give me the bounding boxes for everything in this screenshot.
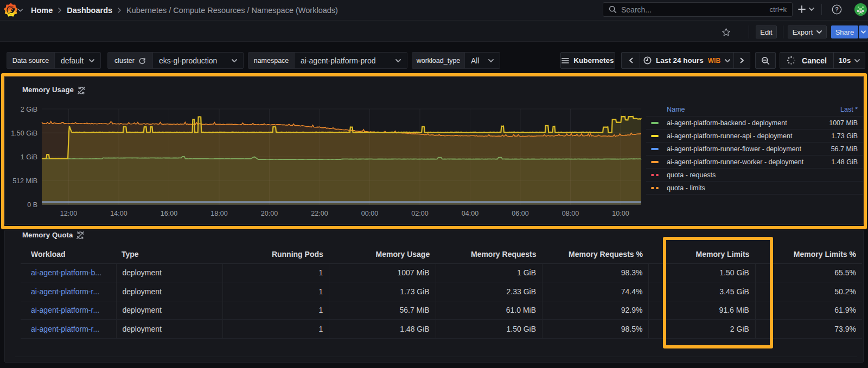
svg-text:08:00: 08:00	[562, 210, 579, 217]
svg-text:22:00: 22:00	[311, 210, 328, 217]
svg-text:10:00: 10:00	[612, 210, 629, 217]
svg-text:16:00: 16:00	[161, 210, 177, 217]
svg-text:?: ?	[835, 6, 839, 12]
svg-text:20:00: 20:00	[261, 210, 278, 217]
svg-text:18:00: 18:00	[210, 210, 227, 217]
svg-text:06:00: 06:00	[512, 210, 528, 217]
svg-text:14:00: 14:00	[110, 210, 127, 217]
svg-text:512 MiB: 512 MiB	[12, 177, 37, 185]
svg-text:00:00: 00:00	[361, 210, 378, 217]
svg-text:02:00: 02:00	[411, 210, 428, 217]
svg-text:1.50 GiB: 1.50 GiB	[11, 130, 37, 137]
svg-text:0 B: 0 B	[27, 201, 37, 209]
svg-text:1 GiB: 1 GiB	[21, 153, 37, 161]
svg-text:2 GiB: 2 GiB	[21, 106, 37, 113]
svg-text:04:00: 04:00	[462, 210, 478, 217]
svg-text:12:00: 12:00	[60, 210, 77, 217]
